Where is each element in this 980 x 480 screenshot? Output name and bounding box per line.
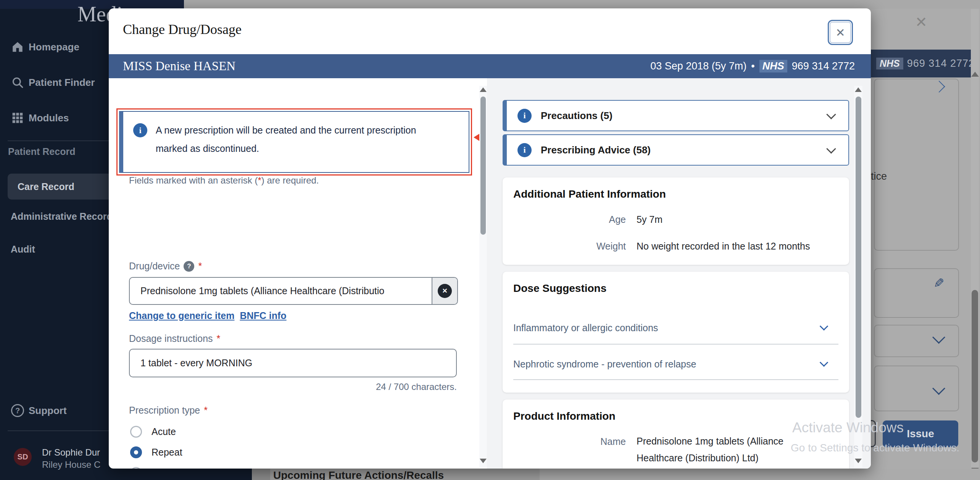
weight-value: No weight recorded in the last 12 months — [637, 241, 810, 252]
drug-device-label: Drug/device ? * — [129, 261, 202, 272]
chevron-down-icon — [826, 144, 836, 153]
sidebar-item-label: Support — [29, 405, 67, 417]
divider — [8, 140, 122, 141]
home-icon — [11, 40, 24, 54]
clear-field-button[interactable]: ✕ — [432, 278, 457, 304]
chevron-down-icon — [826, 110, 836, 119]
sidebar-bottom-strip — [0, 469, 252, 480]
additional-patient-info-card: Additional Patient Information Age 5y 7m… — [503, 177, 849, 265]
sidebar-item-label[interactable]: Care Record — [18, 181, 74, 192]
sidebar-item-label: Patient Finder — [29, 77, 95, 89]
scroll-down-icon[interactable] — [480, 459, 487, 463]
separator-dot: • — [751, 60, 754, 72]
prescription-type-option[interactable]: Acute — [130, 421, 176, 442]
sidebar-item-label: Homepage — [29, 41, 79, 53]
alert-highlight-annotation: i A new prescription will be created and… — [116, 108, 472, 176]
page-scrollbar-thumb[interactable] — [972, 290, 978, 462]
sidebar-item-administrative-record[interactable]: Administrative Record — [11, 211, 113, 222]
age-label: Age — [513, 214, 626, 225]
dosage-instructions-value: 1 tablet - every MORNING — [130, 358, 252, 369]
user-organisation: Riley House C — [42, 459, 100, 470]
drug-info-panel: i Precautions (5) i Prescribing Advice (… — [487, 78, 871, 469]
user-name: Dr Sophie Dur — [42, 447, 100, 458]
avatar[interactable]: SD — [14, 448, 32, 466]
nhs-number: 969 314 2772 — [792, 60, 855, 72]
dialog-body: i A new prescription will be created and… — [109, 78, 871, 469]
close-button[interactable]: ✕ — [828, 20, 853, 45]
patient-dob-age: 03 Sep 2018 (5y 7m) — [650, 60, 746, 72]
radio-icon — [130, 446, 142, 458]
character-counter: 24 / 700 characters. — [129, 382, 457, 392]
dosage-instructions-label: Dosage instructions* — [129, 333, 220, 344]
product-name-value: Prednisolone 1mg tablets (Alliance Healt… — [637, 433, 783, 466]
clear-icon: ✕ — [442, 287, 447, 295]
prescription-type-label: Prescription type* — [129, 405, 208, 416]
dialog-title: Change Drug/Dosage — [123, 21, 242, 37]
radio-icon — [130, 426, 142, 438]
search-icon — [11, 76, 24, 89]
form-scrollbar-thumb[interactable] — [480, 97, 486, 235]
question-circle-icon: ? — [11, 404, 24, 417]
background-card — [874, 268, 959, 318]
background-card — [874, 366, 959, 411]
sidebar-item-label: Modules — [29, 112, 69, 124]
info-icon: i — [133, 123, 147, 137]
weight-label: Weight — [513, 241, 626, 252]
background-card — [874, 79, 959, 251]
dose-suggestion-item[interactable]: Inflammatory or allergic conditions — [513, 322, 838, 333]
divider — [513, 379, 838, 380]
change-to-generic-link[interactable]: Change to generic item — [129, 310, 234, 321]
info-icon: i — [517, 143, 532, 157]
scroll-up-icon[interactable] — [971, 72, 979, 77]
edit-pencil-icon[interactable]: ✎ — [933, 275, 945, 291]
dosage-instructions-input[interactable]: 1 tablet - every MORNING — [129, 349, 457, 377]
patient-name: MISS Denise HASEN — [123, 59, 235, 73]
product-name-label: Name — [513, 436, 626, 466]
nhs-number: 969 314 2772 — [907, 58, 971, 69]
background-text-fragment: tice — [871, 171, 887, 182]
dose-suggestions-card: Dose Suggestions Inflammatory or allergi… — [503, 272, 849, 393]
required-fields-note: Fields marked with an asterisk (*) are r… — [129, 175, 319, 186]
page-header-strip — [184, 0, 980, 9]
scroll-up-icon[interactable] — [855, 87, 862, 92]
dose-suggestion-item[interactable]: Nephrotic syndrome - prevention of relap… — [513, 359, 838, 370]
scroll-up-icon[interactable] — [480, 87, 487, 92]
nhs-logo: NHS — [876, 58, 903, 69]
radio-icon — [130, 467, 142, 469]
windows-activation-watermark-subtext: Go to Settings to activate Windows. — [791, 442, 959, 454]
prescription-type-option[interactable]: Variable repeat — [130, 462, 216, 469]
scroll-down-icon[interactable] — [855, 459, 862, 463]
patient-banner: MISS Denise HASEN 03 Sep 2018 (5y 7m) • … — [109, 54, 871, 78]
bnfc-info-link[interactable]: BNFC info — [240, 310, 286, 321]
page-patient-banner: NHS 969 314 2772 — [871, 50, 971, 77]
nhs-logo: NHS — [759, 60, 787, 72]
section-heading: Upcoming Future Actions/Recalls — [273, 469, 444, 480]
windows-activation-watermark: Activate Windows — [792, 420, 904, 436]
drug-device-input[interactable]: Prednisolone 1mg tablets (Alliance Healt… — [129, 277, 458, 305]
prescribing-advice-accordion[interactable]: i Prescribing Advice (58) — [503, 134, 849, 166]
divider — [8, 430, 122, 431]
close-icon: ✕ — [835, 26, 845, 39]
divider — [513, 344, 838, 345]
page-close-icon[interactable]: ✕ — [915, 14, 927, 31]
precautions-accordion[interactable]: i Precautions (5) — [503, 100, 849, 131]
prescription-type-option[interactable]: Repeat — [130, 442, 182, 462]
panel-scrollbar-thumb[interactable] — [856, 97, 861, 418]
drug-device-value: Prednisolone 1mg tablets (Alliance Healt… — [130, 285, 384, 296]
age-value: 5y 7m — [637, 214, 662, 225]
help-icon[interactable]: ? — [184, 261, 194, 272]
sidebar-section-patient-record: Patient Record — [8, 146, 75, 157]
bottom-strip — [540, 469, 980, 480]
sidebar-item-audit[interactable]: Audit — [11, 244, 35, 255]
grid-icon — [11, 111, 24, 125]
info-alert: i A new prescription will be created and… — [119, 111, 469, 173]
alert-text: A new prescription will be created and t… — [156, 121, 419, 163]
background-card — [874, 325, 959, 357]
change-drug-dosage-dialog: Change Drug/Dosage ✕ MISS Denise HASEN 0… — [109, 8, 871, 469]
bottom-strip — [252, 469, 270, 480]
info-icon: i — [517, 109, 532, 123]
